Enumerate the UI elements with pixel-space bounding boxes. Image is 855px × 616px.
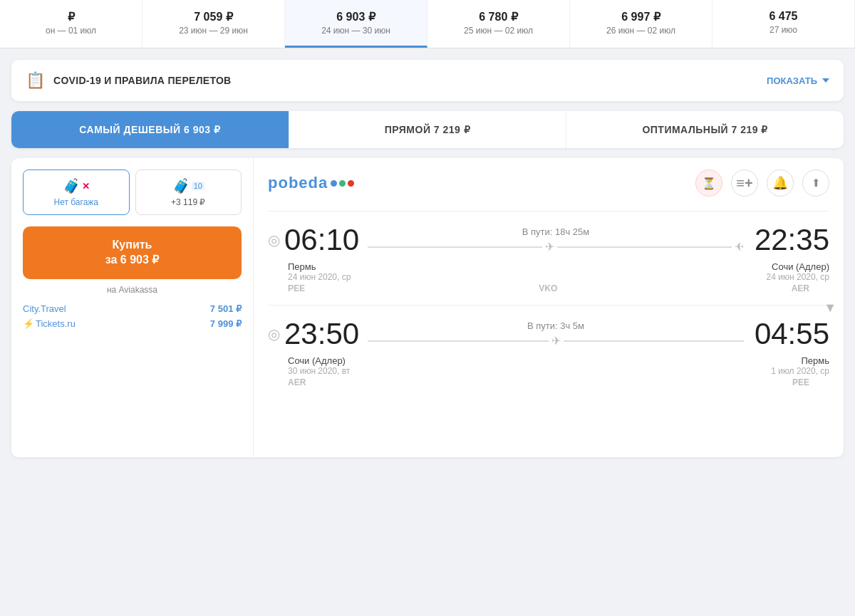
dep-code-0: PEE [288,283,305,293]
date-price-1: 7 059 ₽ [150,10,277,24]
baggage-options: 🧳 ✕ Нет багажа 🧳 10 +3 119 ₽ [23,169,242,215]
hourglass-icon[interactable]: ⏳ [695,169,722,197]
dot-green-icon [339,180,346,187]
with-baggage-icon-area: 🧳 10 [142,177,236,194]
arr-city-0: Сочи (Адлер) [751,261,829,272]
airline-logo: pobeda [268,174,354,192]
dep-time-0: ◎ 06:10 [268,223,361,257]
date-range-4: 26 июн — 02 июл [577,26,705,36]
plane-depart-icon-0: ✈ [545,240,554,254]
dot-red-icon [348,180,354,187]
offer-name-0[interactable]: City.Travel [23,303,66,314]
dep-code-1: AER [288,377,306,387]
tab-optimal[interactable]: ОПТИМАЛЬНЫЙ 7 219 ₽ [566,111,844,148]
flight-duration-0: В пути: 18ч 25м [368,226,744,237]
date-item-1[interactable]: 7 059 ₽ 23 июн — 29 июн [142,0,285,48]
arr-date-1: 1 июл 2020, ср [751,366,829,376]
dep-city-0: Пермь [288,261,361,272]
dep-info-1: Сочи (Адлер) 30 июн 2020, вт [268,355,361,376]
line-seg-right-0 [557,246,732,248]
airline-actions: ⏳ ≡+ 🔔 ⬆ [695,169,829,197]
date-item-3[interactable]: 6 780 ₽ 25 июн — 02 июл [428,0,570,48]
with-baggage-label: +3 119 ₽ [142,197,236,207]
flight-segment-1: ◎ 23:50 В пути: 3ч 5м ✈ 04:55 [268,305,829,399]
plane-arrive-icon-0: ✈ [735,240,744,254]
no-baggage-cross-icon: ✕ [82,181,90,192]
tab-cheapest-label: САМЫЙ ДЕШЕВЫЙ [79,124,180,135]
date-price-2: 6 903 ₽ [292,10,420,24]
date-bar: ₽ он — 01 июл 7 059 ₽ 23 июн — 29 июн 6 … [0,0,855,48]
buy-label: Купить [30,238,234,253]
flight-row-0: ◎ 06:10 В пути: 18ч 25м ✈ ✈ 22:35 [268,223,829,257]
compass-icon-1: ◎ [268,325,280,343]
no-baggage-label: Нет багажа [29,197,123,207]
flight-line-1: ✈ [368,334,744,348]
dep-time-1: ◎ 23:50 [268,317,361,351]
flight-card: 🧳 ✕ Нет багажа 🧳 10 +3 119 ₽ Купить [11,158,844,457]
covid-left: 📋 COVID-19 И ПРАВИЛА ПЕРЕЛЕТОВ [26,71,232,90]
date-price-0: ₽ [7,10,135,24]
line-seg-left-1 [368,340,549,342]
airports-row-1: AER PEE [268,377,829,387]
arr-time-1: 04:55 [751,317,829,351]
dep-time-value-0: 06:10 [284,223,359,257]
arr-code-1: PEE [792,377,809,387]
arr-time-0: 22:35 [751,223,829,257]
arr-code-0: AER [792,283,809,293]
bell-icon[interactable]: 🔔 [767,169,794,197]
date-range-2: 24 июн — 30 июн [292,26,420,36]
flight-row-1: ◎ 23:50 В пути: 3ч 5м ✈ 04:55 [268,317,829,351]
dep-date-1: 30 июн 2020, вт [288,366,361,376]
arr-city-1: Пермь [751,355,829,366]
offer-price-1: 7 999 ₽ [210,318,242,329]
dot-blue-icon [331,180,337,187]
baggage-no-baggage[interactable]: 🧳 ✕ Нет багажа [23,169,130,215]
tab-cheapest-price: 6 903 ₽ [184,124,220,135]
right-panel: pobeda ⏳ ≡+ 🔔 ⬆ ◎ [254,158,844,457]
line-seg-right-1 [564,340,745,342]
baggage-num: 10 [192,182,204,190]
date-item-5[interactable]: 6 475 27 июо [712,0,855,48]
arr-date-0: 24 июн 2020, ср [751,272,829,282]
offer-name-1[interactable]: Tickets.ru [23,318,76,329]
expand-arrow[interactable]: ▼ [824,301,836,315]
buy-price-prefix: за [105,254,118,266]
covid-doc-icon: 📋 [26,71,45,90]
list-filter-icon[interactable]: ≡+ [731,169,758,197]
date-range-5: 27 июо [720,25,847,35]
main-content: 📋 COVID-19 И ПРАВИЛА ПЕРЕЛЕТОВ ПОКАЗАТЬ … [0,48,855,469]
airports-row-0: PEE VKO AER [268,283,829,293]
date-range-0: он — 01 июл [7,26,135,36]
covid-show-label: ПОКАЗАТЬ [767,75,817,86]
on-aviakassa-label: на Aviakassa [23,285,242,295]
arr-info-1: Пермь 1 июл 2020, ср [751,355,829,376]
tab-optimal-price: 7 219 ₽ [732,124,768,135]
offer-price-0: 7 501 ₽ [210,303,242,314]
share-icon[interactable]: ⬆ [802,169,829,197]
buy-button[interactable]: Купить за 6 903 ₽ [23,226,242,279]
left-panel: 🧳 ✕ Нет багажа 🧳 10 +3 119 ₽ Купить [11,158,254,457]
covid-show-button[interactable]: ПОКАЗАТЬ [767,75,829,86]
date-item-2[interactable]: 6 903 ₽ 24 июн — 30 июн [285,0,428,48]
no-baggage-icon-area: 🧳 ✕ [29,177,123,194]
date-range-3: 25 июн — 02 июл [435,26,562,36]
mid-code-0: VKO [539,283,557,293]
flight-middle-0: В пути: 18ч 25м ✈ ✈ [368,226,744,254]
airline-header: pobeda ⏳ ≡+ 🔔 ⬆ [268,169,829,197]
baggage-suitcase-icon: 🧳 [63,177,81,194]
flight-info-row-1: Сочи (Адлер) 30 июн 2020, вт Пермь 1 июл… [268,355,829,376]
tab-cheapest[interactable]: САМЫЙ ДЕШЕВЫЙ 6 903 ₽ [11,111,289,148]
buy-price-value: 6 903 ₽ [120,254,159,266]
date-item-4[interactable]: 6 997 ₽ 26 июн — 02 июл [570,0,712,48]
date-price-4: 6 997 ₽ [577,10,705,24]
buy-price: за 6 903 ₽ [30,253,234,268]
date-range-1: 23 июн — 29 июн [150,26,277,36]
date-item-0[interactable]: ₽ он — 01 июл [0,0,142,48]
offer-row-0: City.Travel 7 501 ₽ [23,303,242,314]
baggage-with-baggage[interactable]: 🧳 10 +3 119 ₽ [135,169,242,215]
dep-city-1: Сочи (Адлер) [288,355,361,366]
tab-direct[interactable]: ПРЯМОЙ 7 219 ₽ [289,111,567,148]
dep-time-value-1: 23:50 [284,317,359,351]
dep-info-0: Пермь 24 июн 2020, ср [268,261,361,282]
compass-icon-0: ◎ [268,231,280,249]
